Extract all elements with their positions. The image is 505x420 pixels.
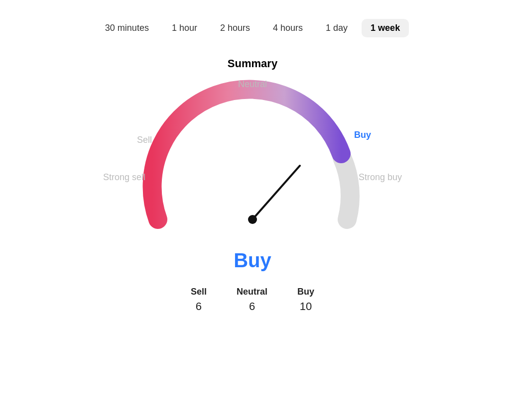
stat-buy-label: Buy bbox=[297, 287, 314, 297]
label-sell: Sell bbox=[137, 135, 152, 145]
label-buy: Buy bbox=[354, 130, 371, 140]
stat-sell-label: Sell bbox=[191, 287, 207, 297]
label-strong-buy: Strong buy bbox=[359, 172, 402, 183]
tab-1day[interactable]: 1 day bbox=[317, 19, 357, 37]
tab-1hour[interactable]: 1 hour bbox=[163, 19, 206, 37]
tab-2hours[interactable]: 2 hours bbox=[211, 19, 259, 37]
label-strong-sell: Strong sell bbox=[103, 172, 145, 183]
stat-sell: Sell 6 bbox=[191, 287, 207, 313]
stat-neutral-value: 6 bbox=[249, 300, 255, 313]
time-tabs: 30 minutes 1 hour 2 hours 4 hours 1 day … bbox=[10, 19, 495, 37]
stat-buy: Buy 10 bbox=[297, 287, 314, 313]
label-neutral: Neutral bbox=[238, 79, 267, 90]
gauge-labels: Neutral Sell Strong sell Buy Strong buy bbox=[103, 75, 402, 244]
tab-30min[interactable]: 30 minutes bbox=[96, 19, 158, 37]
summary-title: Summary bbox=[228, 57, 277, 70]
stats-row: Sell 6 Neutral 6 Buy 10 bbox=[191, 287, 314, 313]
stat-sell-value: 6 bbox=[196, 300, 202, 313]
stat-neutral: Neutral 6 bbox=[237, 287, 267, 313]
main-container: 30 minutes 1 hour 2 hours 4 hours 1 day … bbox=[0, 10, 505, 333]
stat-buy-value: 10 bbox=[300, 300, 312, 313]
tab-1week[interactable]: 1 week bbox=[362, 19, 409, 37]
result-label: Buy bbox=[234, 249, 271, 272]
gauge-widget: Neutral Sell Strong sell Buy Strong buy bbox=[103, 75, 402, 244]
tab-4hours[interactable]: 4 hours bbox=[264, 19, 312, 37]
stat-neutral-label: Neutral bbox=[237, 287, 267, 297]
